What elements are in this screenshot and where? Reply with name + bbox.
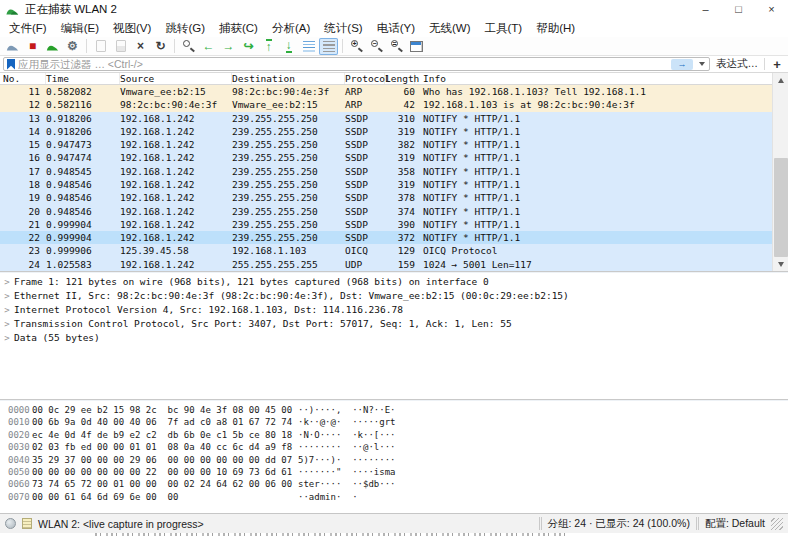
auto-scroll-icon[interactable]	[319, 38, 338, 55]
colorize-packets-icon[interactable]	[299, 38, 318, 55]
zoom-out-icon[interactable]: −	[367, 38, 386, 55]
filter-input[interactable]	[18, 58, 668, 70]
hex-row[interactable]: 000000 0c 29 ee b2 15 98 2c bc 90 4e 3f …	[0, 404, 788, 416]
zoom-reset-icon[interactable]: =	[387, 38, 406, 55]
detail-line[interactable]: >Ethernet II, Src: 98:2c:bc:90:4e:3f (98…	[0, 289, 788, 303]
zoom-in-icon[interactable]: +	[347, 38, 366, 55]
resize-columns-icon[interactable]	[407, 38, 426, 55]
packet-row[interactable]: 210.999904192.168.1.242239.255.255.250SS…	[0, 218, 788, 231]
packet-row[interactable]: 150.947473192.168.1.242239.255.255.250SS…	[0, 138, 788, 151]
hex-row[interactable]: 005000 00 00 00 00 00 00 22 00 00 00 10 …	[0, 466, 788, 478]
hex-ascii[interactable]: ··admin· ·	[298, 491, 358, 503]
close-button[interactable]: ×	[755, 0, 788, 19]
packet-row[interactable]: 110.582082Vmware_ee:b2:1598:2c:bc:90:4e:…	[0, 85, 788, 98]
start-capture-icon[interactable]	[3, 38, 22, 55]
hex-ascii[interactable]: 5)7···)· ········	[298, 454, 396, 466]
expand-icon[interactable]: >	[0, 289, 14, 303]
hex-bytes[interactable]: 00 0c 29 ee b2 15 98 2c bc 90 4e 3f 08 0…	[30, 404, 298, 416]
packet-row[interactable]: 140.918206192.168.1.242239.255.255.250SS…	[0, 125, 788, 138]
minimize-button[interactable]: –	[689, 0, 722, 19]
go-last-packet-icon[interactable]: ↓	[279, 38, 298, 55]
hex-bytes[interactable]: ec 4e 0d 4f de b9 e2 c2 db 6b 0e c1 5b c…	[30, 429, 298, 441]
menu-tools[interactable]: 工具(T)	[478, 19, 530, 37]
hex-row[interactable]: 004035 29 37 00 00 00 29 06 00 00 00 00 …	[0, 454, 788, 466]
scroll-thumb[interactable]	[774, 158, 788, 257]
hex-ascii[interactable]: ·N·O···· ·k··[···	[298, 429, 396, 441]
hex-ascii[interactable]: ··)····, ··N?··E·	[298, 404, 396, 416]
column-header-no[interactable]: No.	[0, 73, 46, 84]
maximize-button[interactable]: □	[722, 0, 755, 19]
expand-icon[interactable]: >	[0, 275, 14, 289]
profile-selector[interactable]: 配置: Default	[705, 517, 765, 531]
reload-icon[interactable]: ↻	[151, 38, 170, 55]
expand-icon[interactable]: >	[0, 317, 14, 331]
expression-button[interactable]: 表达式…	[714, 57, 760, 71]
hex-row[interactable]: 001000 6b 9a 0d 40 00 40 06 7f ad c0 a8 …	[0, 416, 788, 428]
packet-row-selected[interactable]: 220.999904192.168.1.242239.255.255.250SS…	[0, 231, 788, 244]
hex-ascii[interactable]: ·······" ····isma	[298, 466, 396, 478]
column-header-info[interactable]: Info	[415, 73, 788, 84]
go-to-packet-icon[interactable]: ↪	[239, 38, 258, 55]
filter-bookmark-icon[interactable]	[7, 59, 15, 70]
go-first-packet-icon[interactable]: ↑	[259, 38, 278, 55]
menu-capture[interactable]: 捕获(C)	[212, 19, 265, 37]
hex-bytes[interactable]: 73 74 65 72 00 01 00 00 00 02 24 64 62 0…	[30, 478, 298, 490]
filter-field[interactable]: →	[3, 57, 710, 71]
go-next-packet-icon[interactable]: →	[219, 38, 238, 55]
hex-row[interactable]: 006073 74 65 72 00 01 00 00 00 02 24 64 …	[0, 478, 788, 490]
detail-line[interactable]: >Transmission Control Protocol, Src Port…	[0, 317, 788, 331]
packet-row[interactable]: 170.948545192.168.1.242239.255.255.250SS…	[0, 165, 788, 178]
packet-row[interactable]: 130.918206192.168.1.242239.255.255.250SS…	[0, 112, 788, 125]
packet-row[interactable]: 190.948546192.168.1.242239.255.255.250SS…	[0, 191, 788, 204]
column-header-time[interactable]: Time	[46, 73, 120, 84]
capture-comment-icon[interactable]	[22, 518, 32, 529]
menu-statistics[interactable]: 统计(S)	[317, 19, 369, 37]
menu-file[interactable]: 文件(F)	[2, 19, 54, 37]
expand-icon[interactable]: >	[0, 303, 14, 317]
hex-row[interactable]: 003002 03 fb ed 00 00 01 01 08 0a 40 cc …	[0, 441, 788, 453]
menu-go[interactable]: 跳转(G)	[158, 19, 212, 37]
close-file-icon[interactable]: ×	[131, 38, 150, 55]
capture-options-icon[interactable]: ⚙	[63, 38, 82, 55]
expand-icon[interactable]: >	[0, 331, 14, 345]
hex-row[interactable]: 0020ec 4e 0d 4f de b9 e2 c2 db 6b 0e c1 …	[0, 429, 788, 441]
column-header-destination[interactable]: Destination	[232, 73, 345, 84]
packet-list-scrollbar[interactable]	[772, 73, 788, 271]
filter-dropdown-caret[interactable]	[696, 59, 707, 70]
menu-telephony[interactable]: 电话(Y)	[370, 19, 422, 37]
menu-analyze[interactable]: 分析(A)	[265, 19, 317, 37]
hex-ascii[interactable]: ·k··@·@· ·····grt	[298, 416, 396, 428]
hex-bytes[interactable]: 02 03 fb ed 00 00 01 01 08 0a 40 cc 6c d…	[30, 441, 298, 453]
menu-help[interactable]: 帮助(H)	[529, 19, 582, 37]
packet-row[interactable]: 120.58211698:2c:bc:90:4e:3fVmware_ee:b2:…	[0, 98, 788, 111]
column-header-length[interactable]: Length	[385, 73, 415, 84]
expert-info-icon[interactable]	[5, 518, 16, 529]
packet-row[interactable]: 160.947474192.168.1.242239.255.255.250SS…	[0, 151, 788, 164]
stop-capture-icon[interactable]: ■	[23, 38, 42, 55]
menu-view[interactable]: 视图(V)	[106, 19, 158, 37]
detail-line[interactable]: >Frame 1: 121 bytes on wire (968 bits), …	[0, 275, 788, 289]
detail-line[interactable]: >Internet Protocol Version 4, Src: 192.1…	[0, 303, 788, 317]
column-header-source[interactable]: Source	[120, 73, 232, 84]
find-packet-icon[interactable]	[179, 38, 198, 55]
hex-bytes[interactable]: 00 00 00 00 00 00 00 22 00 00 00 10 69 7…	[30, 466, 298, 478]
scroll-down-button[interactable]	[773, 257, 788, 271]
packet-row[interactable]: 241.025583192.168.1.242255.255.255.255UD…	[0, 258, 788, 271]
packet-row[interactable]: 180.948546192.168.1.242239.255.255.250SS…	[0, 178, 788, 191]
restart-capture-icon[interactable]	[43, 38, 62, 55]
hex-ascii[interactable]: ········ ··@·l···	[298, 441, 396, 453]
detail-line[interactable]: >Data (55 bytes)	[0, 331, 788, 345]
column-header-protocol[interactable]: Protocol	[345, 73, 385, 84]
hex-row[interactable]: 007000 00 61 64 6d 69 6e 00 00··admin· ·	[0, 491, 788, 503]
go-previous-packet-icon[interactable]: ←	[199, 38, 218, 55]
menu-wireless[interactable]: 无线(W)	[422, 19, 478, 37]
packet-row[interactable]: 230.999906125.39.45.58192.168.1.103OICQ1…	[0, 244, 788, 257]
resize-grip[interactable]	[771, 518, 783, 530]
hex-ascii[interactable]: ster···· ··$db···	[298, 478, 396, 490]
scroll-up-button[interactable]	[773, 73, 788, 87]
menu-edit[interactable]: 编辑(E)	[54, 19, 106, 37]
apply-filter-button[interactable]: →	[671, 59, 693, 70]
hex-bytes[interactable]: 00 00 61 64 6d 69 6e 00 00	[30, 491, 298, 503]
add-filter-button[interactable]: +	[769, 57, 785, 72]
packet-row[interactable]: 200.948546192.168.1.242239.255.255.250SS…	[0, 205, 788, 218]
